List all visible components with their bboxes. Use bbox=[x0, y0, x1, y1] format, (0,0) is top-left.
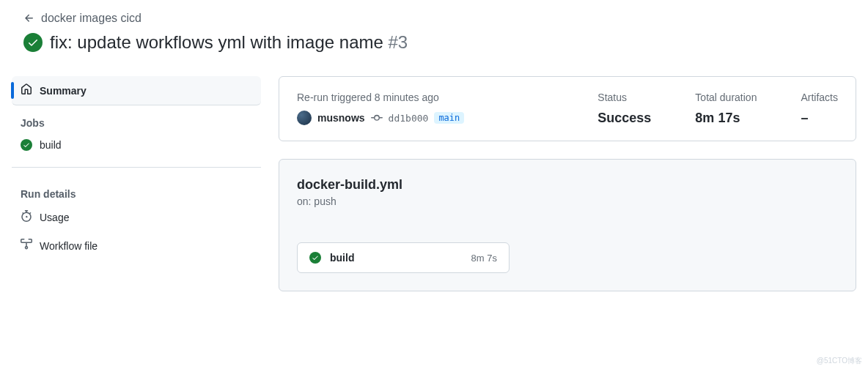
sidebar-item-label: Usage bbox=[40, 212, 69, 223]
breadcrumb-text[interactable]: docker images cicd bbox=[41, 12, 141, 25]
sidebar-divider bbox=[12, 167, 261, 168]
sidebar-item-label: Workflow file bbox=[40, 240, 98, 252]
stopwatch-icon bbox=[21, 210, 32, 224]
breadcrumb[interactable]: docker images cicd bbox=[23, 12, 845, 25]
commit-sha[interactable]: dd1b000 bbox=[389, 113, 429, 124]
job-box-build[interactable]: build 8m 7s bbox=[297, 242, 510, 273]
title-number: #3 bbox=[389, 32, 408, 52]
sidebar-item-label: build bbox=[40, 139, 62, 151]
main-content: Re-run triggered 8 minutes ago musnows d… bbox=[279, 76, 856, 291]
username[interactable]: musnows bbox=[317, 112, 365, 124]
sidebar-item-usage[interactable]: Usage bbox=[12, 203, 261, 231]
sidebar: Summary Jobs build Run details Usage Wor… bbox=[12, 76, 261, 291]
status-label: Status bbox=[597, 92, 651, 103]
page-title-row: fix: update workflows yml with image nam… bbox=[23, 32, 845, 53]
status-value: Success bbox=[597, 111, 651, 126]
page-title: fix: update workflows yml with image nam… bbox=[50, 32, 408, 53]
triggered-details: musnows dd1b000 main bbox=[297, 111, 553, 125]
commit-icon bbox=[371, 112, 383, 124]
title-text: fix: update workflows yml with image nam… bbox=[50, 32, 383, 52]
sidebar-item-workflow-file[interactable]: Workflow file bbox=[12, 231, 261, 260]
workflow-card: docker-build.yml on: push build 8m 7s bbox=[279, 159, 856, 291]
artifacts-value: – bbox=[801, 111, 838, 126]
sidebar-heading-run-details: Run details bbox=[12, 176, 261, 203]
triggered-text: Re-run triggered 8 minutes ago bbox=[297, 92, 553, 103]
artifacts-label: Artifacts bbox=[801, 92, 838, 103]
success-status-icon bbox=[23, 33, 43, 52]
back-arrow-icon[interactable] bbox=[23, 12, 35, 24]
sidebar-item-summary[interactable]: Summary bbox=[12, 76, 261, 105]
workflow-file-icon bbox=[21, 239, 32, 253]
duration-label: Total duration bbox=[695, 92, 757, 103]
success-check-icon bbox=[309, 252, 321, 264]
branch-label[interactable]: main bbox=[434, 112, 464, 124]
sidebar-heading-jobs: Jobs bbox=[12, 105, 261, 132]
workflow-trigger: on: push bbox=[297, 195, 838, 207]
job-duration: 8m 7s bbox=[471, 253, 497, 264]
duration-value: 8m 17s bbox=[695, 111, 757, 126]
home-icon bbox=[21, 83, 32, 97]
watermark: @51CTO博客 bbox=[817, 356, 862, 366]
avatar[interactable] bbox=[297, 111, 312, 125]
sidebar-item-job-build[interactable]: build bbox=[12, 132, 261, 158]
summary-card: Re-run triggered 8 minutes ago musnows d… bbox=[279, 76, 856, 141]
sidebar-item-label: Summary bbox=[40, 85, 87, 97]
success-check-icon bbox=[21, 139, 32, 151]
job-name: build bbox=[330, 252, 463, 264]
workflow-filename: docker-build.yml bbox=[297, 177, 838, 193]
